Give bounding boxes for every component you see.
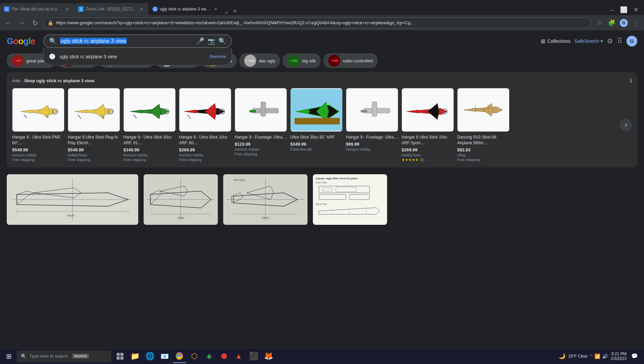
ads-section: Ads · Shop ugly stick rc airplane 3 view… [7, 72, 637, 168]
dropdown-item-1[interactable]: 🕐 ugly stick rc airplane 3 view Remove [43, 51, 232, 62]
edge-browser-button[interactable]: 🌐 [143, 350, 156, 363]
minimize-button[interactable]: – [606, 4, 617, 15]
product-card-8[interactable]: Hangar 9 Ultra Stick 10cc ARF Sport.... … [402, 88, 454, 162]
start-button[interactable]: ⊞ [1, 349, 16, 364]
chrome-button[interactable] [173, 350, 186, 363]
file-explorer-button[interactable]: 📁 [128, 350, 142, 363]
product-card-3[interactable]: Hangar 9 - Ultra Stick 30cc ARF, 81.... … [123, 88, 176, 162]
restore-button[interactable]: ⬜ [618, 4, 629, 15]
tab-3-close[interactable]: × [213, 6, 218, 12]
svg-rect-23 [361, 110, 367, 113]
app-icon-4[interactable]: ▲ [232, 350, 245, 363]
back-button[interactable]: ← [3, 18, 13, 28]
system-icons: ^ 📶 🔊 [590, 354, 608, 359]
ads-title: Ads · Shop ugly stick rc airplane 3 view [12, 78, 94, 83]
taskbar-search-icon: 🔍 [21, 354, 27, 359]
product-shipping-3: Free shipping [123, 158, 176, 162]
search-box[interactable]: 🔍 ugly stick rc airplane 3 view 🎤 📷 🔍 [43, 34, 232, 48]
product-seller-4: Horizon Hobby [179, 153, 231, 157]
user-avatar[interactable]: G [626, 36, 637, 47]
product-card-2[interactable]: Hangar 9 Ultra Stick Plug-N-Play Electri… [68, 88, 120, 162]
image-search-button[interactable]: 📷 [208, 37, 215, 45]
settings-button[interactable]: ⚙ [607, 37, 613, 45]
menu-button[interactable]: ⋮ [631, 18, 641, 28]
search-icon: 🔍 [49, 37, 57, 45]
network-icon[interactable]: 📶 [594, 354, 600, 359]
refresh-button[interactable]: ↻ [30, 18, 40, 28]
blueprint-image-2: 48.00 [144, 174, 218, 225]
task-view-button[interactable] [113, 350, 127, 363]
tab-1[interactable]: G The 'What did you do in your wo... × [0, 3, 74, 15]
product-card-7[interactable]: Hangar 9 - Fuselage: Ultra.... $99.99 Ho… [346, 88, 398, 162]
safesearch-button[interactable]: SafeSearch ▾ [575, 38, 603, 44]
image-result-1[interactable]: 60.00 [7, 174, 138, 225]
app-icon-6[interactable]: 🦊 [262, 350, 275, 363]
extensions-button[interactable]: 🧩 [606, 18, 617, 28]
product-image-3 [123, 88, 176, 132]
product-name-9: Dancing R03 Stick-06 Airplane 580m.... [457, 134, 509, 146]
outlook-button[interactable]: 📧 [158, 350, 171, 363]
ads-header: Ads · Shop ugly stick rc airplane 3 view… [12, 78, 632, 84]
lock-icon: 🔒 [48, 20, 53, 26]
history-icon: 🕐 [49, 53, 56, 60]
tab-1-close[interactable]: × [65, 6, 70, 12]
voice-search-button[interactable]: 🎤 [196, 37, 204, 45]
search-dropdown: 🕐 ugly stick rc airplane 3 view Remove [43, 48, 232, 65]
app-icon-5[interactable]: ⬛ [247, 350, 260, 363]
app-icon-2[interactable]: ◈ [202, 350, 216, 363]
address-bar[interactable]: 🔒 https://www.google.com/search?q=ugly+s… [43, 18, 591, 28]
chip-image-radio-controlled [328, 55, 340, 67]
product-card-5[interactable]: Hangar 9 - Fuselage: Ultra.... $123.99 H… [235, 88, 287, 162]
blueprint-image-3: TOP VIEW 55.00 [223, 174, 308, 225]
tab-3[interactable]: G ugly stick rc airplane 3 view - Go... … [148, 3, 223, 15]
new-tab-button[interactable]: + [230, 7, 240, 15]
google-logo[interactable]: Google [7, 36, 35, 47]
app-icon-1[interactable]: ⬡ [187, 350, 201, 363]
search-input[interactable]: ugly stick rc airplane 3 view [60, 38, 193, 44]
tab-1-title: The 'What did you do in your wo... [11, 7, 63, 11]
product-image-9 [457, 88, 509, 132]
product-card-6[interactable]: Ultra Stick 30cc 81" ARF $349.99 Chief A… [290, 88, 343, 162]
volume-icon[interactable]: 🔊 [602, 354, 608, 359]
taskbar-search-box[interactable]: 🔍 Type here to search Assisted [17, 350, 111, 362]
dropdown-remove-button[interactable]: Remove [210, 54, 226, 59]
next-products-button[interactable]: › [620, 119, 632, 131]
app-icon-3[interactable]: ⬢ [217, 350, 231, 363]
tab-overflow[interactable]: ⌄ [224, 8, 229, 15]
tab-2-title: Zoom Link: 202220_EET263_3290... [86, 7, 137, 11]
image-result-4[interactable]: Classic Ugly Stick short kit parts Fuse … [313, 174, 387, 225]
search-submit-icon[interactable]: 🔍 [218, 37, 226, 45]
filter-chip-das-ugly[interactable]: das ugly [239, 53, 280, 68]
filter-chip-radio-controlled[interactable]: radio controlled [323, 53, 378, 68]
product-seller-5: Horizon Hobby [235, 147, 287, 151]
system-clock[interactable]: 9:21 PM 2/3/2023 [611, 352, 626, 361]
chip-image-great-planes [11, 55, 24, 67]
svg-rect-61 [120, 357, 123, 360]
filter-chip-big-stik[interactable]: big stik [283, 53, 320, 68]
chevron-up-icon[interactable]: ^ [590, 354, 593, 359]
product-shipping-5: Free shipping [235, 152, 287, 156]
notification-button[interactable]: 💬 [629, 350, 640, 363]
product-card-4[interactable]: Hangar 9 - Ultra Stick 10cc ARF, 60.... … [179, 88, 231, 162]
product-seller-7: Horizon Hobby [346, 147, 398, 151]
ads-info-button[interactable]: ℹ [630, 78, 632, 84]
close-button[interactable]: ✕ [631, 4, 641, 15]
collections-button[interactable]: ⊞ Collections [541, 38, 570, 44]
image-result-3[interactable]: TOP VIEW 55.00 [223, 174, 308, 225]
tab-2[interactable]: Z Zoom Link: 202220_EET263_3290... × [74, 3, 148, 15]
blueprint-image-4: Classic Ugly Stick short kit parts Fuse … [313, 174, 387, 225]
product-card-1[interactable]: Hangar 9 - Ultra Stick PNP, 60",... $549… [12, 88, 64, 162]
forward-button[interactable]: → [16, 18, 27, 28]
product-seller-2: HobbyTown [68, 153, 120, 157]
nav-actions: ☆ 🧩 G ⋮ [594, 18, 641, 28]
product-seller-9: eBay [457, 153, 509, 157]
product-card-9[interactable]: Dancing R03 Stick-06 Airplane 580m.... $… [457, 88, 509, 162]
product-name-6: Ultra Stick 30cc 81" ARF [290, 134, 343, 140]
product-shipping-9: Free shipping [457, 158, 509, 162]
profile-button[interactable]: G [618, 18, 629, 28]
bookmark-button[interactable]: ☆ [594, 18, 605, 28]
apps-button[interactable]: ⠿ [617, 37, 622, 46]
tab-2-close[interactable]: × [139, 6, 144, 12]
image-result-2[interactable]: 48.00 [144, 174, 218, 225]
svg-text:TOP VIEW: TOP VIEW [233, 179, 245, 181]
